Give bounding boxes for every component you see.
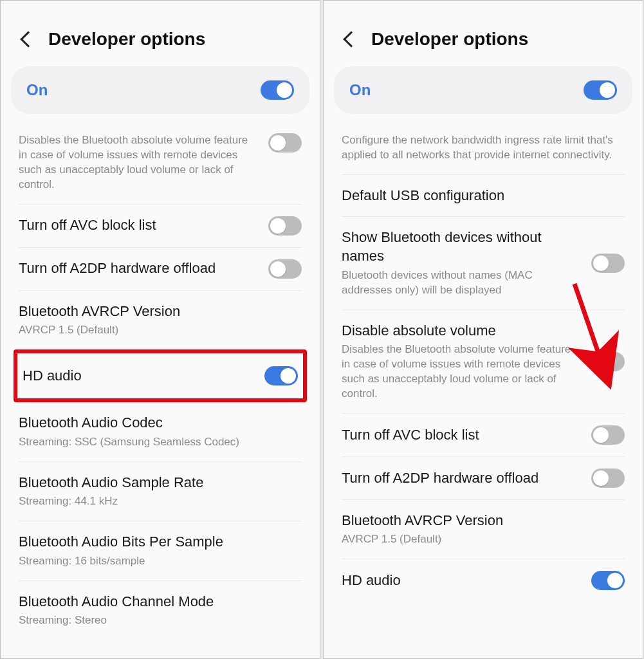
list-item[interactable]: HD audio: [342, 559, 625, 602]
header: Developer options: [324, 1, 643, 61]
setting-description: Streaming: Stereo: [19, 613, 302, 628]
setting-description: Configure the network bandwidth ingress …: [342, 133, 625, 163]
setting-title: Bluetooth Audio Codec: [19, 414, 302, 432]
setting-toggle[interactable]: [264, 366, 298, 385]
setting-title: Disable absolute volume: [342, 322, 581, 340]
setting-toggle[interactable]: [591, 425, 625, 445]
setting-title: Bluetooth AVRCP Version: [19, 302, 302, 321]
setting-toggle[interactable]: [591, 571, 625, 590]
list-item[interactable]: Turn off A2DP hardware offload: [19, 248, 302, 291]
setting-description: Streaming: 16 bits/sample: [19, 554, 302, 569]
setting-toggle[interactable]: [268, 133, 302, 153]
master-toggle-row[interactable]: On: [11, 66, 309, 114]
setting-description: Streaming: 44.1 kHz: [19, 494, 302, 509]
setting-toggle[interactable]: [591, 469, 625, 488]
setting-toggle[interactable]: [268, 259, 302, 279]
setting-title: Bluetooth Audio Sample Rate: [19, 474, 302, 492]
page-title: Developer options: [48, 29, 205, 50]
setting-title: Turn off AVC block list: [342, 426, 581, 445]
setting-title: Bluetooth Audio Channel Mode: [19, 593, 302, 611]
setting-title: HD audio: [23, 367, 254, 385]
list-item[interactable]: Disables the Bluetooth absolute volume f…: [19, 125, 302, 205]
list-item[interactable]: Bluetooth Audio Codec Streaming: SSC (Sa…: [19, 402, 302, 462]
list-item[interactable]: Bluetooth Audio Bits Per Sample Streamin…: [19, 521, 302, 581]
page-title: Developer options: [371, 29, 528, 50]
back-icon[interactable]: [20, 31, 36, 47]
setting-title: Turn off A2DP hardware offload: [342, 469, 581, 488]
setting-title: Turn off AVC block list: [19, 216, 258, 235]
back-icon[interactable]: [343, 31, 359, 47]
list-item-disable-absolute-volume[interactable]: Disable absolute volume Disables the Blu…: [342, 310, 625, 414]
highlight-annotation: HD audio: [14, 349, 307, 402]
setting-title: Turn off A2DP hardware offload: [19, 259, 258, 278]
header: Developer options: [1, 1, 320, 61]
phone-right: Developer options On Configure the netwo…: [323, 0, 643, 659]
list-item[interactable]: Turn off AVC block list: [342, 414, 625, 457]
settings-list: Disables the Bluetooth absolute volume f…: [1, 125, 320, 640]
setting-toggle[interactable]: [268, 216, 302, 236]
setting-title: Default USB configuration: [342, 187, 625, 205]
setting-description: Bluetooth devices without names (MAC add…: [342, 268, 581, 298]
setting-description: AVRCP 1.5 (Default): [19, 323, 302, 338]
setting-description: Disables the Bluetooth absolute volume f…: [19, 133, 258, 192]
master-toggle-label: On: [26, 81, 48, 99]
list-item[interactable]: Default USB configuration: [342, 175, 625, 218]
master-toggle-label: On: [349, 81, 371, 99]
master-toggle[interactable]: [584, 80, 617, 100]
setting-description: AVRCP 1.5 (Default): [342, 532, 625, 547]
list-item[interactable]: Configure the network bandwidth ingress …: [342, 125, 625, 175]
setting-description: Disables the Bluetooth absolute volume f…: [342, 342, 581, 402]
setting-toggle[interactable]: [591, 352, 625, 371]
list-item[interactable]: Bluetooth Audio Sample Rate Streaming: 4…: [19, 462, 302, 522]
setting-title: Bluetooth AVRCP Version: [342, 512, 625, 530]
setting-title: Bluetooth Audio Bits Per Sample: [19, 533, 302, 552]
phone-left: Developer options On Disables the Blueto…: [0, 0, 320, 659]
list-item[interactable]: Show Bluetooth devices without names Blu…: [342, 217, 625, 310]
setting-title: HD audio: [342, 571, 581, 590]
master-toggle[interactable]: [261, 80, 294, 100]
list-item[interactable]: Bluetooth AVRCP Version AVRCP 1.5 (Defau…: [342, 500, 625, 560]
list-item[interactable]: Bluetooth Audio Channel Mode Streaming: …: [19, 581, 302, 640]
list-item[interactable]: Turn off AVC block list: [19, 205, 302, 248]
setting-toggle[interactable]: [591, 254, 625, 273]
list-item[interactable]: Bluetooth AVRCP Version AVRCP 1.5 (Defau…: [19, 291, 302, 350]
setting-description: Streaming: SSC (Samsung Seamless Codec): [19, 435, 302, 450]
list-item-hd-audio[interactable]: HD audio: [17, 353, 303, 398]
setting-title: Show Bluetooth devices without names: [342, 228, 581, 265]
master-toggle-row[interactable]: On: [334, 66, 632, 114]
list-item[interactable]: Turn off A2DP hardware offload: [342, 457, 625, 500]
settings-list: Configure the network bandwidth ingress …: [324, 125, 643, 602]
